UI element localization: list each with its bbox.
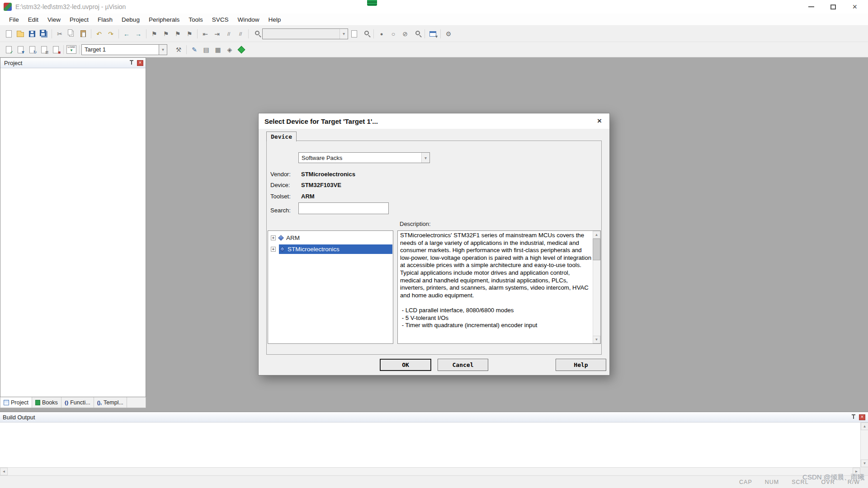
- build-output-close-button[interactable]: ×: [859, 414, 865, 420]
- search-input[interactable]: [298, 202, 389, 214]
- tree-row-stmicroelectronics[interactable]: + STMicroelectronics: [268, 244, 393, 255]
- configure-wrench-icon[interactable]: ⚙: [443, 28, 454, 40]
- scroll-left-icon[interactable]: ◄: [0, 468, 8, 475]
- scroll-thumb[interactable]: [593, 239, 600, 260]
- pin-icon[interactable]: [129, 60, 134, 66]
- build-icon[interactable]: ▼: [14, 44, 26, 56]
- rebuild-icon[interactable]: ↻: [26, 44, 38, 56]
- translate-icon[interactable]: ✓: [3, 44, 14, 56]
- download-icon[interactable]: LOAD ▼: [66, 44, 77, 56]
- menu-flash[interactable]: Flash: [93, 14, 117, 25]
- bookmark-toggle-icon[interactable]: ⚑: [148, 28, 160, 40]
- chevron-down-icon[interactable]: ▾: [421, 153, 429, 163]
- project-panel-close-button[interactable]: ×: [137, 60, 143, 66]
- help-button[interactable]: Help: [556, 359, 606, 371]
- expand-plus-icon[interactable]: +: [271, 247, 276, 252]
- select-device-icon[interactable]: ◈: [224, 44, 236, 56]
- find-combobox[interactable]: ▾: [262, 28, 348, 39]
- menu-help[interactable]: Help: [264, 14, 286, 25]
- find-next-icon[interactable]: [348, 28, 360, 40]
- build-output-hscrollbar[interactable]: ◄ ►: [0, 467, 860, 475]
- tree-row-arm[interactable]: + ARM: [268, 232, 393, 244]
- chevron-down-icon[interactable]: ▾: [340, 29, 348, 39]
- file-extensions-icon[interactable]: ✎: [189, 44, 200, 56]
- breakpoint-kill-all-icon[interactable]: ⊘: [399, 28, 411, 40]
- minimize-button[interactable]: [808, 6, 814, 7]
- tab-project[interactable]: Project: [0, 397, 32, 408]
- toolset-value: ARM: [301, 193, 315, 200]
- incremental-find-icon[interactable]: [360, 28, 372, 40]
- bookmark-clear-icon[interactable]: ⚑: [184, 28, 195, 40]
- debug-lens-icon[interactable]: [411, 28, 423, 40]
- close-button[interactable]: ×: [852, 3, 857, 11]
- expand-plus-icon[interactable]: +: [271, 235, 276, 240]
- unindent-icon[interactable]: ⇤: [199, 28, 211, 40]
- menu-file[interactable]: File: [5, 14, 24, 25]
- open-file-icon[interactable]: [14, 28, 26, 40]
- scroll-down-icon[interactable]: ▼: [861, 460, 868, 467]
- scroll-down-icon[interactable]: ▼: [593, 336, 600, 343]
- description-scrollbar[interactable]: ▲ ▼: [593, 231, 600, 343]
- description-text: STMicroelectronics' STM32F1 series of ma…: [400, 232, 591, 343]
- paste-icon[interactable]: [77, 28, 89, 40]
- manage-rte-icon[interactable]: [236, 44, 247, 56]
- cancel-button[interactable]: Cancel: [438, 359, 488, 371]
- tab-device[interactable]: Device: [266, 131, 297, 141]
- new-file-icon[interactable]: [3, 28, 14, 40]
- multi-project-icon[interactable]: ▦: [212, 44, 224, 56]
- menu-debug[interactable]: Debug: [117, 14, 144, 25]
- target-select-dropdown[interactable]: ▾: [159, 44, 167, 55]
- build-output-vscrollbar[interactable]: ▲ ▼: [860, 422, 868, 467]
- uncomment-icon[interactable]: //: [235, 28, 246, 40]
- app-icon: [4, 3, 12, 11]
- menu-edit[interactable]: Edit: [24, 14, 43, 25]
- navigate-back-icon[interactable]: ←: [121, 28, 132, 40]
- undo-icon[interactable]: ↶: [93, 28, 105, 40]
- separator: [118, 29, 119, 38]
- tab-templates[interactable]: (), Templ...: [94, 397, 127, 408]
- navigate-forward-icon[interactable]: →: [132, 28, 144, 40]
- project-panel-body: [0, 68, 146, 397]
- options-for-target-icon[interactable]: ⚒: [173, 44, 184, 56]
- maximize-button[interactable]: [830, 5, 836, 9]
- tab-books[interactable]: Books: [32, 397, 61, 408]
- menu-view[interactable]: View: [43, 14, 65, 25]
- menu-peripherals[interactable]: Peripherals: [144, 14, 184, 25]
- find-in-files-icon[interactable]: [250, 28, 262, 40]
- copy-icon[interactable]: [66, 28, 77, 40]
- lens-icon: [255, 31, 259, 35]
- menu-project[interactable]: Project: [65, 14, 93, 25]
- indent-icon[interactable]: ⇥: [211, 28, 223, 40]
- target-select[interactable]: Target 1: [81, 44, 159, 55]
- build-output-panel: Build Output × ▲ ▼ ◄ ►: [0, 412, 868, 475]
- chevron-down-icon: ▾: [435, 34, 438, 39]
- bookmark-next-icon[interactable]: ⚑: [172, 28, 184, 40]
- comment-icon[interactable]: //: [223, 28, 235, 40]
- watermark: CSDN @倾晨、雨曦: [802, 473, 864, 482]
- scroll-up-icon[interactable]: ▲: [861, 422, 868, 430]
- breakpoint-disable-icon[interactable]: ○: [387, 28, 399, 40]
- dialog-close-icon[interactable]: ×: [590, 113, 609, 129]
- pack-combobox-text: Software Packs: [299, 155, 421, 161]
- save-all-icon[interactable]: [38, 28, 50, 40]
- selected-row-highlight[interactable]: STMicroelectronics: [279, 244, 392, 254]
- ok-button[interactable]: OK: [380, 359, 431, 371]
- manage-project-items-icon[interactable]: ▤: [200, 44, 212, 56]
- bookmark-prev-icon[interactable]: ⚑: [160, 28, 172, 40]
- save-icon[interactable]: [26, 28, 38, 40]
- menu-svcs[interactable]: SVCS: [208, 14, 233, 25]
- pack-combobox[interactable]: Software Packs ▾: [298, 152, 430, 163]
- menu-window[interactable]: Window: [233, 14, 264, 25]
- scroll-up-icon[interactable]: ▲: [593, 231, 600, 239]
- device-tree: + ARM + STMicroelectronics: [268, 230, 393, 344]
- batch-build-icon[interactable]: ≣: [38, 44, 50, 56]
- menu-tools[interactable]: Tools: [184, 14, 208, 25]
- breakpoint-toggle-icon[interactable]: ●: [376, 28, 387, 40]
- cut-icon[interactable]: ✂: [54, 28, 66, 40]
- stop-build-icon[interactable]: ■: [50, 44, 61, 56]
- build-toolbar: ✓ ▼ ↻ ≣ ■ LOAD ▼ Target 1 ▾ ⚒ ✎ ▤ ▦ ◈: [0, 42, 868, 57]
- windows-list-icon[interactable]: ▾: [427, 28, 439, 40]
- tab-functions[interactable]: {} Functi...: [61, 397, 94, 408]
- pin-icon[interactable]: [851, 414, 856, 420]
- redo-icon[interactable]: ↷: [105, 28, 117, 40]
